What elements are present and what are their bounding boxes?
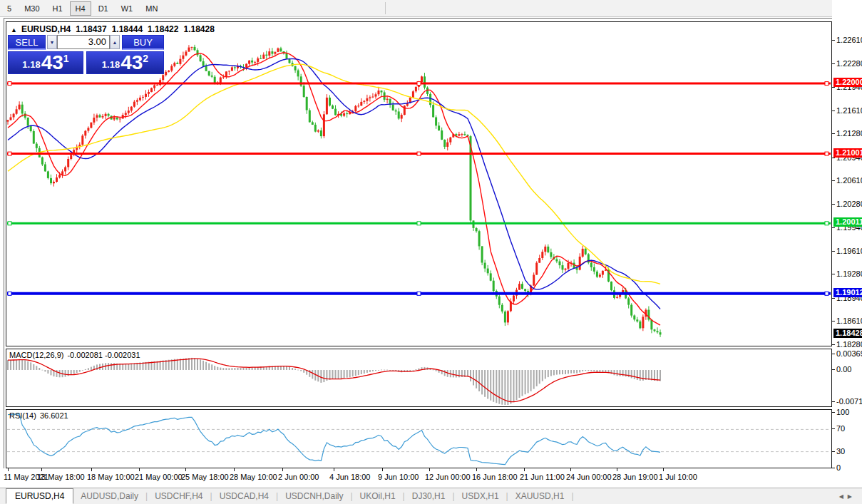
time-tick-label: 12 Jun 00:00 [425,473,471,481]
tab-scroll-left-icon[interactable]: ◀ [839,493,848,500]
chart-tab-bar: EURUSD,H4AUDUSD,Daily|USDCHF,H4|USDCAD,H… [0,488,862,504]
rsi-value: 36.6021 [40,411,68,420]
tab-separator: | [571,491,573,501]
ma-50-line[interactable] [8,64,660,284]
hline-handle[interactable] [8,292,11,295]
rsi-tick-label: 0 [836,463,841,472]
rsi-indicator-panel[interactable]: RSI(14)36.6021 [6,409,832,468]
ohlc-open: 1.18437 [76,24,106,34]
rsi-chart-canvas[interactable] [6,410,831,468]
time-tick-label: 2 Jun 00:00 [278,473,319,481]
timeframe-M30[interactable]: M30 [19,1,45,16]
rsi-tick-mark [832,468,835,468]
timeframe-H1[interactable]: H1 [47,1,68,16]
price-tick-label: 1.19280 [836,269,862,278]
chart-tab-EURUSD-H4[interactable]: EURUSD,H4 [6,488,73,504]
time-tick-label: 21 May 00:00 [135,473,183,481]
price-tick-mark [832,63,835,64]
timeframe-5[interactable]: 5 [1,1,17,16]
macd-histogram [7,358,661,405]
hline-handle[interactable] [417,222,421,225]
macd-tick-mark [832,369,835,370]
price-tick-mark [832,158,835,158]
time-tick-label: 18 May 10:00 [87,473,135,481]
hline-handle[interactable] [417,152,421,155]
chart-tab-USDCNH-Daily[interactable]: USDCNH,Daily [278,489,350,503]
buy-button[interactable]: BUY [122,35,164,50]
sell-price-display[interactable]: 1.18431 [8,51,83,74]
time-tick-mark [617,468,617,471]
price-tick-label: 1.22610 [836,36,862,44]
hline-handle[interactable] [8,222,11,225]
hline-handle[interactable] [8,82,11,86]
chart-header: ▲ EURUSD,H4 1.18437 1.18444 1.18422 1.18… [11,24,220,34]
price-tick-label: 1.20610 [836,176,862,185]
hline-handle[interactable] [825,152,828,155]
sell-price-big: 43 [41,53,63,72]
one-click-trading-panel: SELL ▼ 3.00 ▲ BUY 1.18431 1.18432 [8,34,164,74]
chart-tab-USDX-H1[interactable]: USDX,H1 [455,489,506,503]
price-tick-label: 1.20280 [836,200,862,208]
buy-price-display[interactable]: 1.18432 [86,51,164,74]
hline-handle[interactable] [417,292,421,295]
hline-handle[interactable] [825,82,828,86]
price-direction-up-icon: ▲ [11,26,17,34]
price-tick-mark [832,40,835,41]
macd-tick-mark [832,401,835,402]
sell-button[interactable]: SELL [8,35,46,50]
time-scale[interactable]: 11 May 202113 May 18:0018 May 10:0021 Ma… [0,468,832,487]
hline-handle[interactable] [825,292,828,295]
time-tick-label: 24 Jun 00:00 [566,473,612,481]
chart-tab-UKOil-H1[interactable]: UKOil,H1 [353,489,403,503]
time-tick-mark [476,468,477,471]
rsi-tick-label: 70 [836,424,845,433]
macd-name: MACD(12,26,9) [9,351,63,359]
timeframe-D1[interactable]: D1 [93,1,114,16]
price-scale[interactable]: 1.226101.222801.219401.216101.212801.209… [832,0,862,487]
time-tick-mark [429,468,430,471]
macd-tick-mark [832,354,835,354]
volume-decrease-button[interactable]: ▼ [47,35,57,49]
chart-tab-DJ30-H1[interactable]: DJ30,H1 [405,489,453,503]
time-tick-mark [91,468,92,471]
chart-tab-AUDUSD-Daily[interactable]: AUDUSD,Daily [73,489,145,503]
main-chart-panel[interactable]: ▲ EURUSD,H4 1.18437 1.18444 1.18422 1.18… [6,21,832,346]
price-tick-mark [832,321,835,322]
time-tick-mark [234,468,235,471]
time-tick-label: 9 Jun 10:00 [378,473,419,481]
time-tick-label: 28 Jun 19:00 [612,473,658,481]
chart-tab-USDCHF-H4[interactable]: USDCHF,H4 [148,489,210,503]
tab-scroll-right-icon[interactable]: ▶ [848,493,856,500]
chevron-down-icon: ▼ [50,40,55,45]
timeframe-MN[interactable]: MN [140,1,163,16]
toolbar-separator [385,2,386,14]
price-tick-mark [832,204,835,205]
chart-tab-XAUUSD-H1[interactable]: XAUUSD,H1 [508,489,572,503]
price-tick-mark [832,298,835,299]
time-tick-mark [570,468,571,471]
price-tick-label: 1.19610 [836,247,862,255]
sell-price-prefix: 1.18 [22,59,40,70]
ma-8-line[interactable] [8,53,660,325]
buy-price-sup: 2 [143,53,148,64]
volume-increase-button[interactable]: ▲ [110,35,120,49]
hline-handle[interactable] [8,152,11,155]
macd-indicator-panel[interactable]: MACD(12,26,9)-0.002081 -0.002031 [6,349,832,407]
macd-tick-label: 0.003697 [836,349,862,358]
time-tick-label: 4 Jun 18:00 [329,473,371,481]
time-tick-mark [334,468,334,471]
tab-scroll-arrows[interactable]: ◀▶ [839,493,856,500]
sell-price-sup: 1 [63,53,69,64]
hline-price-label: 1.22000 [833,78,862,87]
volume-input[interactable]: 3.00 [57,35,110,49]
timeframe-W1[interactable]: W1 [116,1,139,16]
timeframe-H4[interactable]: H4 [70,1,91,16]
chart-tab-USDCAD-H4[interactable]: USDCAD,H4 [212,489,276,503]
macd-tick-label: -0.007187 [836,397,862,406]
price-tick-mark [832,274,835,274]
current-price-label: 1.18428 [833,329,862,338]
hline-handle[interactable] [417,82,421,86]
price-tick-mark [832,251,835,252]
ohlc-high: 1.18444 [112,24,143,34]
hline-handle[interactable] [825,222,828,225]
